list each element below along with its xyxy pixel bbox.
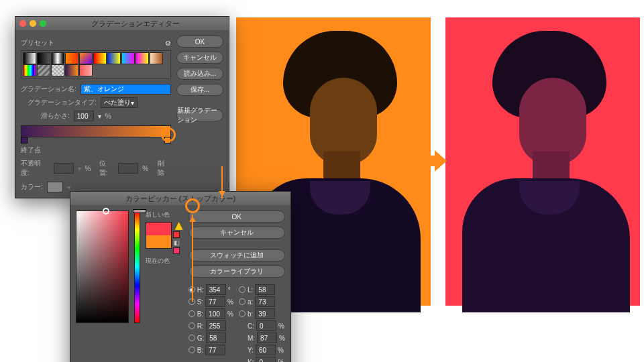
k-input[interactable]: 0 (256, 357, 276, 362)
preset-swatch[interactable] (136, 52, 149, 64)
ok-button[interactable]: OK (176, 36, 223, 48)
close-icon[interactable] (19, 20, 26, 27)
annotation-circle (185, 198, 200, 213)
r-input[interactable]: 255 (206, 320, 226, 331)
color-picker-dialog: カラーピッカー (ストップカラー) 新しい色 ◧ 現在の色 (70, 191, 291, 362)
gradient-name-input[interactable]: 紫、オレンジ (80, 84, 171, 95)
m-input[interactable]: 87 (257, 333, 277, 343)
bl-radio[interactable] (189, 347, 195, 353)
preset-swatch[interactable] (65, 64, 78, 76)
l-input[interactable]: 58 (255, 284, 275, 295)
type-label: グラデーションタイプ: (28, 98, 97, 107)
a-radio[interactable] (239, 298, 246, 305)
sv-cursor[interactable] (103, 208, 109, 215)
minimize-icon[interactable] (30, 20, 36, 27)
bb-radio[interactable] (239, 310, 246, 317)
preset-swatch[interactable] (79, 64, 93, 76)
g-input[interactable]: 58 (206, 333, 226, 343)
preset-swatch[interactable] (51, 64, 64, 76)
preset-swatch[interactable] (150, 52, 163, 64)
gradient-stop[interactable] (21, 137, 28, 143)
h-input[interactable]: 354 (206, 284, 226, 295)
stop-color-swatch[interactable] (47, 182, 63, 192)
position-label: 位置: (99, 159, 115, 178)
presets-label: プリセット (21, 38, 54, 48)
c-input[interactable]: 0 (256, 320, 276, 331)
preset-swatch[interactable] (51, 52, 64, 64)
maximize-icon[interactable] (40, 20, 46, 27)
color-library-button[interactable]: カラーライブラリ (189, 265, 285, 278)
preset-swatch[interactable] (79, 52, 93, 64)
dialog-title: グラデーションエディター (46, 19, 225, 29)
ok-button[interactable]: OK (189, 210, 285, 223)
b-radio[interactable] (189, 310, 195, 317)
current-color-swatch (146, 235, 171, 248)
y-input[interactable]: 60 (256, 345, 276, 355)
smoothness-label: 滑らかさ: (41, 111, 70, 121)
cancel-button[interactable]: キャンセル (176, 52, 223, 64)
new-gradient-button[interactable]: 新規グラデーション (176, 109, 223, 121)
hue-slider[interactable] (134, 210, 140, 323)
annotation-circle (161, 127, 176, 142)
bb-input[interactable]: 39 (255, 308, 275, 319)
gradient-bar[interactable] (21, 125, 171, 137)
new-color-label: 新しい色 (146, 210, 183, 219)
gear-icon[interactable]: ⚙ (165, 40, 171, 47)
opacity-label: 不透明度: (21, 159, 50, 178)
b-input[interactable]: 100 (205, 308, 225, 319)
preset-swatch[interactable] (93, 52, 107, 64)
saturation-value-field[interactable] (76, 210, 129, 323)
load-button[interactable]: 読み込み... (176, 68, 223, 80)
a-input[interactable]: 73 (255, 296, 275, 307)
opacity-input[interactable] (54, 163, 74, 174)
l-radio[interactable] (239, 286, 246, 293)
preset-swatch[interactable] (107, 52, 121, 64)
delete-stop[interactable]: 削除 (158, 159, 171, 178)
closest-color-swatch[interactable] (173, 231, 180, 238)
color-compare[interactable] (146, 222, 172, 249)
titlebar[interactable]: カラーピッカー (ストップカラー) (70, 192, 290, 205)
bl-input[interactable]: 77 (205, 345, 225, 355)
preset-swatch[interactable] (23, 64, 36, 76)
preset-swatch[interactable] (37, 64, 50, 76)
preset-swatch[interactable] (23, 52, 36, 64)
titlebar[interactable]: グラデーションエディター (15, 17, 229, 30)
cancel-button[interactable]: キャンセル (189, 227, 285, 239)
websafe-warning-icon[interactable]: ◧ (173, 239, 180, 246)
preset-swatch[interactable] (37, 52, 50, 64)
r-radio[interactable] (189, 322, 195, 329)
hue-marker[interactable] (133, 209, 146, 213)
save-button[interactable]: 保存... (176, 84, 223, 96)
closest-websafe-swatch[interactable] (173, 247, 180, 254)
gamut-warning-icon[interactable] (175, 222, 183, 230)
preset-grid (21, 50, 171, 78)
annotation-arrow (221, 166, 223, 198)
add-swatch-button[interactable]: スウォッチに追加 (189, 249, 285, 261)
g-radio[interactable] (189, 335, 195, 341)
current-color-label: 現在の色 (146, 257, 183, 265)
preset-swatch[interactable] (65, 52, 78, 64)
position-input[interactable] (118, 163, 138, 174)
color-label: カラー: (21, 182, 43, 192)
s-input[interactable]: 77 (205, 296, 225, 307)
gradient-editor-dialog: グラデーションエディター プリセット ⚙ (15, 16, 229, 198)
name-label: グラデーション名: (21, 84, 76, 94)
gradient-type-select[interactable]: べた塗り ▾ (101, 97, 138, 108)
smoothness-input[interactable]: 100 (74, 111, 94, 121)
new-color-swatch (146, 223, 171, 235)
annotation-arrow (192, 215, 193, 302)
preset-swatch[interactable] (121, 52, 135, 64)
preview-after (445, 17, 640, 306)
dialog-title: カラーピッカー (ストップカラー) (74, 194, 286, 204)
stop-section-label: 終了点 (21, 145, 171, 155)
